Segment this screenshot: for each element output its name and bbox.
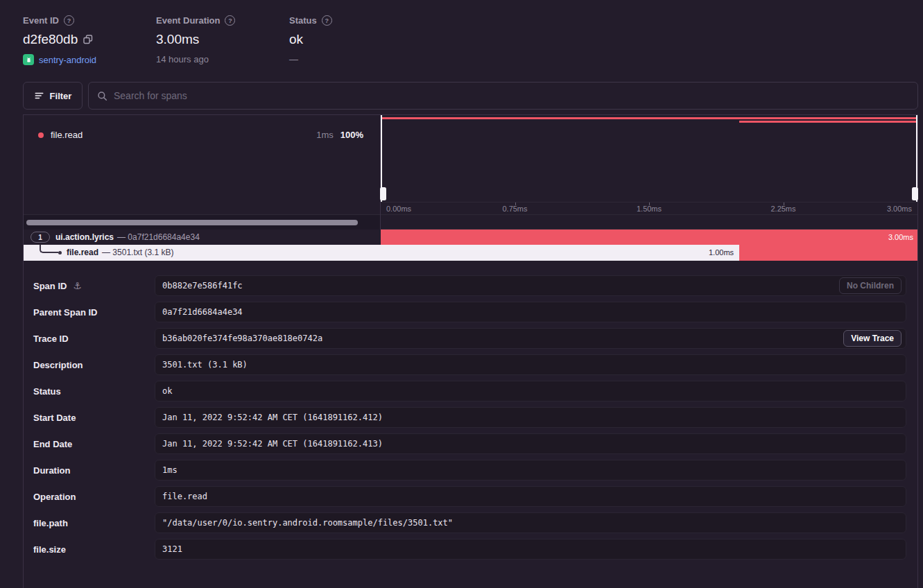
detail-label: file.size ⚓ — [33, 539, 66, 560]
event-id-label-row: Event ID — [23, 15, 156, 26]
detail-label-text: Operation — [33, 492, 76, 502]
axis-tick-label: 2.25ms — [770, 202, 795, 215]
detail-label: Status ⚓ — [33, 381, 61, 401]
operation-name: file.read — [51, 130, 83, 140]
project-link[interactable]: sentry-android — [39, 55, 96, 65]
minimap-canvas[interactable] — [381, 115, 917, 202]
detail-value-text: "/data/user/0/io.sentry.android.roomsamp… — [162, 518, 453, 528]
time-axis: 0.00ms0.75ms1.50ms2.25ms3.00ms — [381, 202, 917, 214]
span-row-transaction[interactable]: 1 ui.action.lyrics— 0a7f21d6684a4e34 3.0… — [24, 230, 917, 245]
span-row-title: ui.action.lyrics— 0a7f21d6684a4e34 — [55, 230, 200, 245]
event-age: 14 hours ago — [156, 54, 209, 64]
detail-label: Duration ⚓ — [33, 460, 70, 481]
detail-value-text: file.read — [162, 492, 207, 501]
detail-value: 0a7f21d6684a4e34 — [155, 302, 906, 322]
detail-value-text: 3501.txt (3.1 kB) — [162, 360, 248, 370]
span-search — [88, 82, 918, 110]
detail-value-text: Jan 11, 2022 9:52:42 AM CET (1641891162.… — [162, 439, 383, 449]
span-detail-page: Event ID d2fe80db — [0, 0, 923, 588]
detail-value-text: 3121 — [162, 544, 182, 554]
minimap-left-handle[interactable] — [381, 115, 382, 202]
span-details-panel: Span ID ⚓ 0b882e7e586f41fc No Children P… — [24, 261, 917, 588]
detail-value-text: Jan 11, 2022 9:52:42 AM CET (1641891162.… — [162, 413, 383, 422]
span-duration-label: 1.00ms — [709, 245, 734, 261]
trace-minimap: 0.00ms0.75ms1.50ms2.25ms3.00ms — [381, 115, 917, 230]
span-duration-bar[interactable]: 3.00ms — [381, 230, 917, 245]
detail-label-text: Start Date — [33, 413, 76, 423]
span-duration-bar[interactable] — [739, 245, 917, 261]
operations-breakdown-panel: file.read 1ms 100% — [24, 115, 381, 230]
detail-value: Jan 11, 2022 9:52:42 AM CET (1641891162.… — [155, 433, 906, 454]
detail-value: ok — [155, 381, 906, 401]
span-operation: file.read — [67, 248, 98, 257]
help-icon[interactable] — [225, 15, 235, 26]
detail-label-text: Duration — [33, 465, 70, 476]
children-count-badge[interactable]: 1 — [31, 232, 50, 243]
status-value: ok — [289, 32, 303, 47]
detail-value: b36ab020fe374fe98a370ae818e0742a View Tr… — [155, 328, 906, 349]
detail-value: file.read — [155, 486, 906, 507]
event-duration-value: 3.00ms — [156, 32, 199, 47]
search-input[interactable] — [114, 90, 909, 101]
detail-label: Description ⚓ — [33, 354, 83, 375]
span-bar-area: 1.00ms — [381, 245, 917, 261]
detail-row: Start Date ⚓ Jan 11, 2022 9:52:42 AM CET… — [33, 407, 906, 428]
detail-label: Parent Span ID ⚓ — [33, 302, 97, 322]
event-id-value: d2fe80db — [23, 32, 78, 47]
axis-tick-label: 3.00ms — [887, 202, 912, 215]
detail-value: 3501.txt (3.1 kB) — [155, 354, 906, 375]
detail-label: End Date ⚓ — [33, 433, 72, 454]
detail-value: 1ms — [155, 460, 906, 481]
view-trace-button[interactable]: View Trace — [843, 330, 902, 347]
detail-row: Duration ⚓ 1ms — [33, 460, 906, 481]
axis-tick-label: 0.75ms — [502, 202, 527, 215]
detail-row: End Date ⚓ Jan 11, 2022 9:52:42 AM CET (… — [33, 433, 906, 454]
status-label: Status — [289, 15, 317, 26]
status-column: Status ok — — [289, 15, 422, 65]
detail-row: file.path ⚓ "/data/user/0/io.sentry.andr… — [33, 512, 906, 533]
help-icon[interactable] — [64, 15, 74, 26]
event-header: Event ID d2fe80db — [23, 15, 422, 65]
event-duration-column: Event Duration 3.00ms 14 hours ago — [156, 15, 289, 65]
trace-view-container: file.read 1ms 100% 0.00ms0.75ms1.50ms2.2… — [23, 114, 918, 588]
help-icon[interactable] — [322, 15, 332, 26]
detail-value: Jan 11, 2022 9:52:42 AM CET (1641891162.… — [155, 407, 906, 428]
span-description: — 3501.txt (3.1 kB) — [102, 248, 173, 257]
operation-color-dot — [38, 132, 44, 138]
span-row-title: file.read— 3501.txt (3.1 kB) — [67, 245, 173, 261]
span-row-selected[interactable]: file.read— 3501.txt (3.1 kB) 1.00ms — [24, 245, 917, 261]
detail-label: Start Date ⚓ — [33, 407, 76, 428]
span-toolbar: Filter — [23, 82, 918, 110]
status-sub: — — [289, 54, 298, 64]
android-project-icon — [23, 54, 34, 65]
minimap-footer-row — [381, 214, 917, 230]
detail-value: 0b882e7e586f41fc No Children — [155, 275, 906, 296]
detail-value: 3121 — [155, 539, 906, 560]
detail-row: Status ⚓ ok — [33, 381, 906, 401]
detail-value: "/data/user/0/io.sentry.android.roomsamp… — [155, 512, 906, 533]
detail-label-text: Trace ID — [33, 334, 69, 344]
detail-label-text: file.size — [33, 544, 66, 555]
detail-label-text: Description — [33, 360, 83, 370]
filter-button[interactable]: Filter — [23, 82, 83, 110]
operation-legend-row: file.read 1ms 100% — [24, 115, 380, 140]
event-id-label: Event ID — [23, 15, 59, 26]
span-description: — 0a7f21d6684a4e34 — [117, 232, 200, 242]
copy-icon[interactable] — [83, 35, 93, 44]
anchor-icon[interactable]: ⚓ — [73, 280, 82, 291]
detail-value-text: ok — [162, 386, 172, 396]
detail-label: Span ID ⚓ — [33, 275, 82, 296]
detail-label-text: Parent Span ID — [33, 307, 97, 318]
span-operation: ui.action.lyrics — [55, 232, 114, 242]
detail-row: Description ⚓ 3501.txt (3.1 kB) — [33, 354, 906, 375]
event-id-column: Event ID d2fe80db — [23, 15, 156, 65]
horizontal-scrollbar[interactable] — [26, 220, 358, 225]
filter-icon — [34, 91, 44, 101]
detail-label: Trace ID ⚓ — [33, 328, 69, 349]
tree-dot — [58, 251, 62, 254]
minimap-right-handle[interactable] — [916, 115, 917, 202]
filter-button-label: Filter — [50, 91, 72, 101]
scrollbar-track — [24, 214, 380, 230]
span-bar-area: 3.00ms — [381, 230, 917, 245]
detail-value-text: 1ms — [162, 465, 178, 475]
